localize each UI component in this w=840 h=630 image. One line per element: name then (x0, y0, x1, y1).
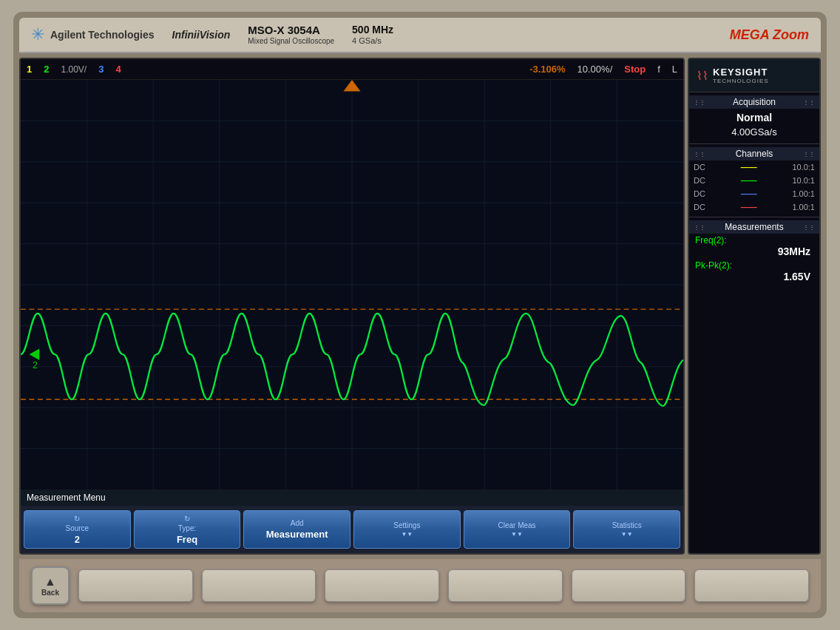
ch1-label: 1 (27, 64, 32, 75)
svg-marker-21 (29, 348, 39, 360)
ch3-coupling: DC (694, 189, 705, 198)
physical-button-2[interactable] (202, 569, 316, 602)
infiniivision-name: InfiniiVision (172, 29, 231, 41)
model-info: MSO-X 3054A Mixed Signal Oscilloscope (248, 24, 334, 46)
softkey-clear-title: Clear Meas (498, 521, 535, 529)
softkey-source-title: Source (65, 524, 89, 532)
agilent-name: Agilent Technologies (50, 29, 155, 41)
ch2-color-dot: —— (741, 176, 757, 185)
timebase-info: -3.106% 10.00%/ Stop f L (529, 64, 677, 75)
agilent-logo-icon: ✳ (31, 25, 44, 44)
physical-button-1[interactable] (78, 569, 193, 602)
measurement-menu-label: Measurement Menu (27, 492, 106, 503)
mega-zoom-logo: MEGA Zoom (730, 27, 809, 43)
softkey-statistics-arrow: ▼▼ (621, 531, 633, 538)
acquisition-header: ⋮⋮ Acquisition ⋮⋮ (689, 95, 819, 109)
physical-button-4[interactable] (448, 569, 563, 602)
ch2-ratio: 10.0:1 (792, 176, 815, 185)
model-sub: Mixed Signal Oscilloscope (248, 37, 334, 46)
acq-dots-left: ⋮⋮ (694, 99, 705, 106)
rotate-icon-type: ↻ (184, 515, 190, 523)
meas-dots-right: ⋮⋮ (803, 224, 815, 231)
channel-bar: 1 2 1.00V/ 3 4 -3.106% 10.00%/ Stop f L (21, 59, 683, 80)
physical-buttons: ▲ Back (19, 559, 821, 612)
oscilloscope: ✳ Agilent Technologies InfiniiVision MSO… (13, 12, 827, 618)
offset-value: -3.106% (529, 64, 565, 75)
svg-marker-20 (344, 80, 361, 92)
spec-rate: 4 GSa/s (352, 36, 393, 46)
measurement-menu-bar: Measurement Menu (21, 490, 683, 506)
ch-dots-right: ⋮⋮ (803, 151, 815, 158)
ch1-coupling: DC (694, 163, 705, 172)
freq-value: 93MHz (695, 245, 813, 257)
spec-info: 500 MHz 4 GSa/s (352, 24, 393, 46)
trigger1: f (657, 64, 660, 75)
timebase-value: 10.00%/ (578, 64, 613, 75)
meas-dots-left: ⋮⋮ (694, 224, 705, 231)
softkey-source[interactable]: ↻ Source 2 (24, 510, 131, 549)
measurements-header: ⋮⋮ Measurements ⋮⋮ (689, 220, 819, 234)
keysight-icon: ⌇⌇ (697, 69, 708, 83)
ch4-coupling: DC (694, 203, 705, 211)
acquisition-title: Acquisition (705, 97, 803, 107)
spec-freq: 500 MHz (352, 24, 393, 36)
pkpk-value: 1.65V (695, 271, 813, 282)
physical-button-3[interactable] (325, 569, 439, 602)
acquisition-section: ⋮⋮ Acquisition ⋮⋮ Normal 4.00GSa/s (689, 92, 819, 144)
ch2-scale: 1.00V/ (61, 64, 87, 75)
right-panel: ⌇⌇ KEYSIGHT TECHNOLOGIES ⋮⋮ Acquisition … (688, 58, 821, 555)
softkey-add-measurement[interactable]: Add Measurement (243, 510, 350, 549)
softkey-add-title: Add (291, 519, 304, 527)
ch4-color-dot: —— (741, 203, 757, 211)
measurements-section: ⋮⋮ Measurements ⋮⋮ Freq(2): 93MHz Pk-Pk(… (689, 217, 819, 553)
screen-area: 1 2 1.00V/ 3 4 -3.106% 10.00%/ Stop f L (19, 58, 685, 555)
softkey-type-title: Type: (178, 524, 196, 532)
ch3-ratio: 1.00:1 (792, 189, 815, 198)
softkey-clear-arrow: ▼▼ (511, 531, 523, 538)
waveform-grid: 2 (21, 80, 683, 490)
ch2-coupling: DC (694, 176, 705, 185)
agilent-brand: ✳ Agilent Technologies (31, 25, 155, 44)
ch2-label: 2 (44, 64, 49, 75)
softkey-type-value: Freq (177, 534, 197, 545)
softkey-settings-arrow: ▼▼ (401, 531, 413, 538)
waveform-svg: 2 (21, 80, 683, 490)
back-button[interactable]: ▲ Back (31, 566, 70, 605)
softkey-add-value: Measurement (266, 529, 328, 540)
acquisition-rate: 4.00GSa/s (689, 126, 819, 140)
status-label: Stop (624, 64, 646, 75)
keysight-sub: TECHNOLOGIES (713, 78, 769, 84)
ch4-label: 4 (115, 64, 121, 75)
ch4-ratio: 1.00:1 (792, 203, 815, 211)
channels-section: ⋮⋮ Channels ⋮⋮ DC —— 10.0:1 DC —— 10.0:1… (689, 144, 819, 217)
svg-text:2: 2 (33, 360, 38, 370)
softkey-statistics[interactable]: Statistics ▼▼ (573, 510, 680, 549)
freq-measurement: Freq(2): 93MHz (689, 234, 819, 259)
back-label: Back (41, 589, 59, 597)
channel-row-4: DC —— 1.00:1 (689, 200, 819, 214)
ch-dots-left: ⋮⋮ (694, 151, 705, 158)
softkey-clear-meas[interactable]: Clear Meas ▼▼ (464, 510, 571, 549)
measurements-title: Measurements (705, 222, 803, 232)
physical-button-6[interactable] (694, 569, 809, 602)
keysight-text: KEYSIGHT TECHNOLOGIES (713, 67, 769, 84)
back-arrow-icon: ▲ (44, 575, 56, 589)
trigger2: L (672, 64, 677, 75)
keysight-name: KEYSIGHT (713, 67, 769, 78)
model-name: MSO-X 3054A (248, 24, 334, 37)
softkey-bar: ↻ Source 2 ↻ Type: Freq Add Measurement … (21, 506, 683, 553)
ch3-color-dot: —— (741, 189, 757, 198)
physical-button-5[interactable] (572, 569, 686, 602)
rotate-icon-source: ↻ (74, 515, 80, 523)
channels-title: Channels (705, 149, 803, 159)
keysight-logo: ⌇⌇ KEYSIGHT TECHNOLOGIES (689, 59, 819, 92)
top-bar: ✳ Agilent Technologies InfiniiVision MSO… (19, 18, 821, 53)
channel-row-3: DC —— 1.00:1 (689, 187, 819, 200)
softkey-settings[interactable]: Settings ▼▼ (353, 510, 461, 549)
acquisition-mode: Normal (689, 109, 819, 126)
channel-row-2: DC —— 10.0:1 (689, 174, 819, 187)
pkpk-label: Pk-Pk(2): (695, 260, 813, 271)
softkey-type[interactable]: ↻ Type: Freq (134, 510, 241, 549)
pkpk-measurement: Pk-Pk(2): 1.65V (689, 259, 819, 284)
softkey-settings-title: Settings (393, 521, 420, 529)
